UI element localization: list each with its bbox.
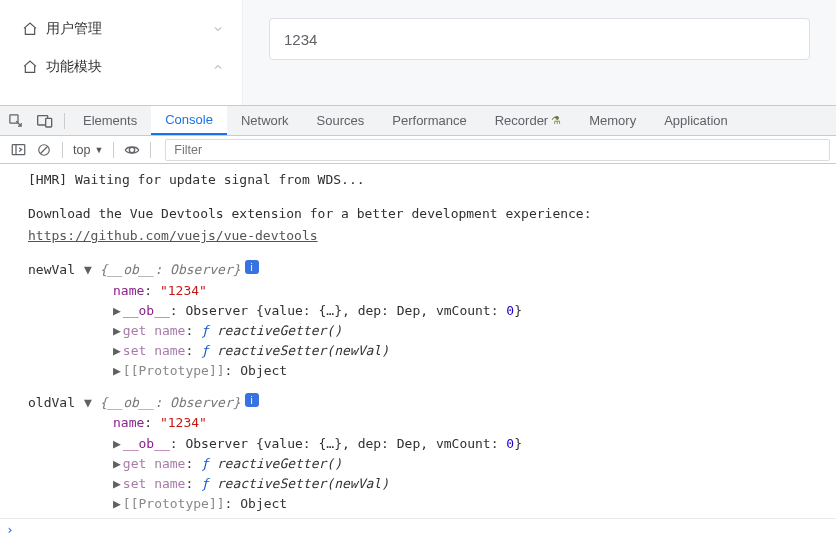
filter-input[interactable] (165, 139, 830, 161)
prop-proto[interactable]: ▶[[Prototype]]: Object (0, 361, 836, 381)
log-devtools-link[interactable]: https://github.com/vuejs/vue-devtools (28, 228, 318, 243)
svg-point-7 (130, 147, 135, 152)
tab-memory[interactable]: Memory (575, 106, 650, 135)
prompt-caret-icon: › (6, 520, 14, 540)
devtools-tab-bar: Elements Console Network Sources Perform… (0, 106, 836, 136)
home-icon (22, 21, 38, 37)
prop-get[interactable]: ▶get name: ƒ reactiveGetter() (0, 454, 836, 474)
prop-proto[interactable]: ▶[[Prototype]]: Object (0, 494, 836, 514)
tab-application[interactable]: Application (650, 106, 742, 135)
svg-rect-2 (46, 118, 52, 127)
clear-console-icon[interactable] (32, 138, 56, 162)
sidebar-item-users[interactable]: 用户管理 (0, 10, 242, 48)
sidebar-item-label: 功能模块 (46, 58, 102, 76)
console-toolbar: top ▼ (0, 136, 836, 164)
content-pane (243, 0, 836, 105)
device-toolbar-icon[interactable] (30, 106, 60, 136)
prop-get[interactable]: ▶get name: ƒ reactiveGetter() (0, 321, 836, 341)
prop-name[interactable]: name: "1234" (0, 281, 836, 301)
chevron-down-icon (212, 23, 224, 35)
tab-recorder[interactable]: Recorder (481, 106, 575, 135)
svg-line-6 (41, 146, 48, 153)
sidebar: 用户管理 功能模块 (0, 0, 243, 105)
home-icon (22, 59, 38, 75)
sidebar-item-modules[interactable]: 功能模块 (0, 48, 242, 86)
chevron-up-icon (212, 61, 224, 73)
context-dropdown[interactable]: top ▼ (69, 143, 107, 157)
log-newval[interactable]: newVal ▼ {__ob__: Observer} i (0, 260, 836, 280)
log-oldval[interactable]: oldVal ▼ {__ob__: Observer} i (0, 393, 836, 413)
tab-network[interactable]: Network (227, 106, 303, 135)
info-icon[interactable]: i (245, 260, 259, 274)
info-icon[interactable]: i (245, 393, 259, 407)
inspect-icon[interactable] (0, 106, 30, 136)
prop-set[interactable]: ▶set name: ƒ reactiveSetter(newVal) (0, 474, 836, 494)
prop-ob[interactable]: ▶__ob__: Observer {value: {…}, dep: Dep,… (0, 434, 836, 454)
console-prompt[interactable]: › (0, 518, 836, 540)
log-devtools-1: Download the Vue Devtools extension for … (0, 204, 836, 226)
log-hmr: [HMR] Waiting for update signal from WDS… (0, 170, 836, 192)
expand-arrow-icon[interactable]: ▼ (84, 393, 92, 413)
console-output: [HMR] Waiting for update signal from WDS… (0, 164, 836, 540)
toggle-sidebar-icon[interactable] (6, 138, 30, 162)
tab-console[interactable]: Console (151, 106, 227, 135)
devtools-panel: Elements Console Network Sources Perform… (0, 105, 836, 540)
sidebar-item-label: 用户管理 (46, 20, 102, 38)
prop-name[interactable]: name: "1234" (0, 413, 836, 433)
live-expression-icon[interactable] (120, 138, 144, 162)
main-input[interactable] (269, 18, 810, 60)
svg-rect-3 (12, 145, 25, 155)
prop-set[interactable]: ▶set name: ƒ reactiveSetter(newVal) (0, 341, 836, 361)
tab-elements[interactable]: Elements (69, 106, 151, 135)
tab-sources[interactable]: Sources (303, 106, 379, 135)
expand-arrow-icon[interactable]: ▼ (84, 260, 92, 280)
tab-performance[interactable]: Performance (378, 106, 480, 135)
prop-ob[interactable]: ▶__ob__: Observer {value: {…}, dep: Dep,… (0, 301, 836, 321)
